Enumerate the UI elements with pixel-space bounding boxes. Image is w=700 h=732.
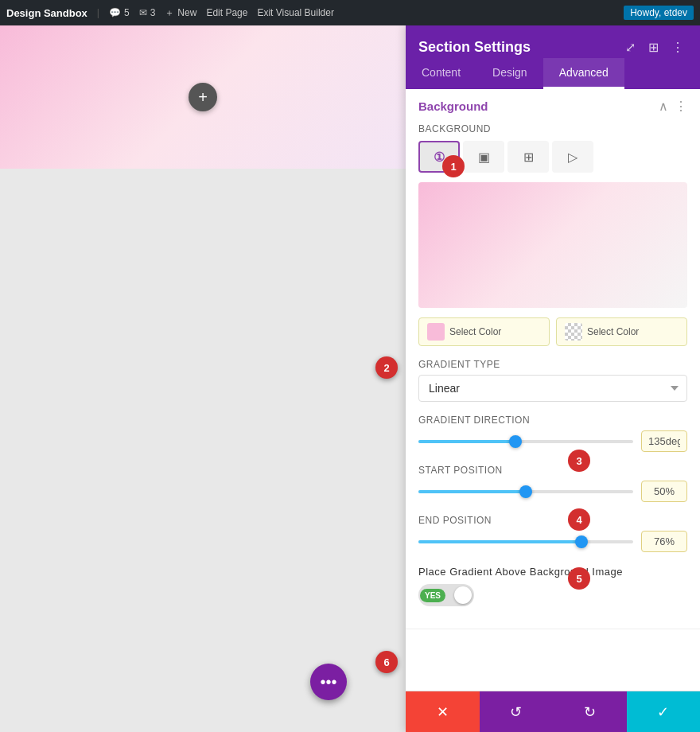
section-options-icon[interactable]: ⋮ <box>675 99 687 114</box>
end-position-label: End Position <box>418 515 687 526</box>
footer-save-button[interactable]: ✓ <box>627 691 701 732</box>
toggle-knob <box>454 586 472 604</box>
color-selector-row: Select Color Select Color <box>418 317 687 346</box>
comments-link[interactable]: 💬 5 <box>109 7 130 18</box>
color2-selector[interactable]: Select Color <box>556 317 687 346</box>
bg-type-video[interactable]: ▷ <box>552 141 593 173</box>
gradient-direction-label: Gradient Direction <box>418 415 687 426</box>
place-gradient-toggle-row: YES <box>418 584 687 606</box>
panel-header: Section Settings ⤢ ⊞ ⋮ <box>406 25 700 58</box>
footer-undo-button[interactable]: ↺ <box>480 691 554 732</box>
background-group: Background ∧ ⋮ Background ① ▣ ⊞ <box>406 89 700 629</box>
end-position-value[interactable] <box>641 531 687 552</box>
bg-type-row: ① ▣ ⊞ ▷ <box>418 141 687 173</box>
place-gradient-toggle[interactable]: YES <box>418 584 474 606</box>
section-group-title: Background <box>418 99 488 113</box>
new-button[interactable]: ＋ New <box>165 6 196 20</box>
collapse-icon[interactable]: ∧ <box>659 99 668 114</box>
more-icon: ⋮ <box>671 40 684 55</box>
gradient-direction-slider-row <box>418 430 687 452</box>
gradient-preview <box>418 182 687 308</box>
resize-icon: ⤢ <box>625 40 636 55</box>
bg-type-color[interactable]: ① <box>418 141 460 173</box>
color1-selector[interactable]: Select Color <box>418 317 550 346</box>
footer-redo-button[interactable]: ↻ <box>553 691 627 732</box>
panel-resize-button[interactable]: ⤢ <box>622 37 639 58</box>
start-position-label: Start Position <box>418 465 687 476</box>
canvas-section: + <box>0 25 406 169</box>
tab-advanced[interactable]: Advanced <box>543 58 624 89</box>
panel-title: Section Settings <box>418 39 622 56</box>
color2-label: Select Color <box>587 326 639 337</box>
panel-body: Background ∧ ⋮ Background ① ▣ ⊞ <box>406 89 700 691</box>
brand-name: Design Sandbox <box>6 7 88 19</box>
user-greeting: Howdy, etdev <box>624 7 694 18</box>
redo-icon: ↻ <box>584 703 596 721</box>
save-icon: ✓ <box>657 703 669 721</box>
section-settings-panel: Section Settings ⤢ ⊞ ⋮ Content Design Ad… <box>406 25 700 732</box>
color1-label: Select Color <box>449 326 501 337</box>
end-position-thumb[interactable] <box>575 535 588 548</box>
start-position-value[interactable] <box>641 481 687 502</box>
end-position-slider-row <box>418 531 687 552</box>
start-position-track[interactable] <box>418 490 633 493</box>
footer-cancel-button[interactable]: ✕ <box>406 691 480 732</box>
float-menu-button[interactable]: ••• <box>310 664 347 700</box>
edit-page-link[interactable]: Edit Page <box>206 7 247 18</box>
section-group-header: Background ∧ ⋮ <box>418 99 687 114</box>
gradient-type-field: Gradient Type Linear Radial <box>418 359 687 402</box>
plus-icon: ＋ <box>165 6 174 20</box>
add-icon: + <box>198 88 208 107</box>
gradient-type-icon: ▣ <box>478 150 490 165</box>
gradient-type-label: Gradient Type <box>418 359 687 370</box>
start-position-field: Start Position <box>418 465 687 502</box>
start-position-slider-row <box>418 481 687 502</box>
tab-content[interactable]: Content <box>406 58 476 89</box>
end-position-fill <box>418 540 581 543</box>
start-position-fill <box>418 490 526 493</box>
panel-tabs: Content Design Advanced <box>406 58 700 89</box>
gradient-type-select[interactable]: Linear Radial <box>418 375 687 402</box>
add-section-button[interactable]: + <box>189 83 217 111</box>
section-header-actions: ∧ ⋮ <box>659 99 687 114</box>
undo-icon: ↺ <box>510 703 522 721</box>
end-position-track[interactable] <box>418 540 633 543</box>
tab-design[interactable]: Design <box>476 58 543 89</box>
canvas-area: + <box>0 25 406 732</box>
cancel-icon: ✕ <box>437 703 449 721</box>
bg-type-gradient[interactable]: ▣ <box>463 141 504 173</box>
color-type-icon: ① <box>434 150 445 165</box>
bg-type-image[interactable]: ⊞ <box>508 141 549 173</box>
background-field-label: Background <box>418 123 687 134</box>
comment-icon: 💬 <box>109 7 121 18</box>
howdy-badge: Howdy, etdev <box>624 6 694 20</box>
color2-swatch <box>565 323 582 341</box>
gradient-direction-thumb[interactable] <box>509 435 522 448</box>
gradient-direction-value[interactable] <box>641 430 687 452</box>
panel-header-icons: ⤢ ⊞ ⋮ <box>622 37 687 58</box>
color1-swatch <box>427 323 445 341</box>
message-icon: ✉ <box>139 7 147 18</box>
panel-columns-button[interactable]: ⊞ <box>645 37 662 58</box>
panel-footer: ✕ ↺ ↻ ✓ <box>406 691 700 732</box>
exit-builder-link[interactable]: Exit Visual Builder <box>257 7 334 18</box>
place-gradient-field: Place Gradient Above Background Image YE… <box>418 565 687 606</box>
messages-link[interactable]: ✉ 3 <box>139 7 156 18</box>
gradient-direction-fill <box>418 440 515 443</box>
dots-icon: ••• <box>320 673 336 691</box>
end-position-field: End Position <box>418 515 687 552</box>
video-type-icon: ▷ <box>568 150 578 165</box>
toggle-yes-label: YES <box>420 589 445 602</box>
start-position-thumb[interactable] <box>519 485 532 498</box>
gradient-direction-track[interactable] <box>418 440 633 443</box>
image-type-icon: ⊞ <box>523 150 534 165</box>
panel-more-button[interactable]: ⋮ <box>668 37 687 58</box>
columns-icon: ⊞ <box>648 40 659 55</box>
gradient-direction-field: Gradient Direction <box>418 415 687 452</box>
place-gradient-label: Place Gradient Above Background Image <box>418 565 687 579</box>
topbar: Design Sandbox | 💬 5 ✉ 3 ＋ New Edit Page… <box>0 0 700 25</box>
